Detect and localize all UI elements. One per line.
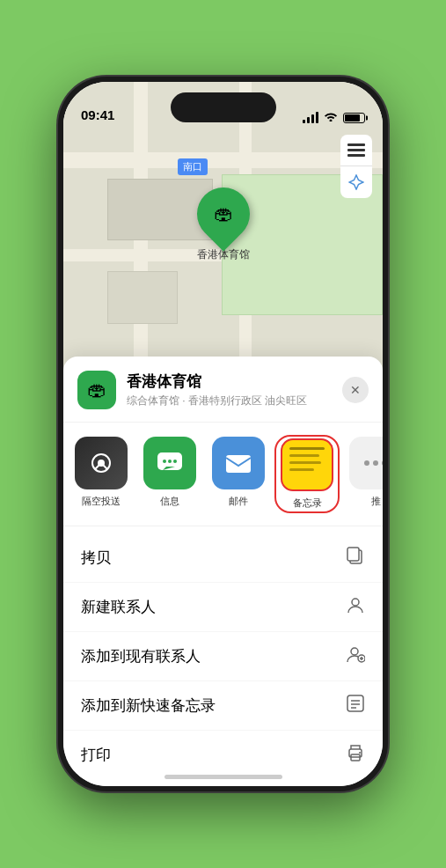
svg-point-26 — [359, 752, 361, 754]
svg-rect-1 — [347, 149, 365, 151]
copy-icon — [346, 546, 365, 570]
wifi-icon — [324, 111, 338, 124]
svg-point-6 — [163, 460, 166, 463]
svg-point-10 — [364, 460, 369, 466]
notes-label: 备忘录 — [293, 497, 322, 510]
home-indicator — [165, 775, 282, 779]
status-icons — [303, 111, 365, 124]
location-icon: 🏟 — [77, 371, 116, 409]
svg-rect-0 — [347, 143, 365, 146]
location-pin: 🏟 香港体育馆 — [197, 188, 250, 262]
share-item-mail[interactable]: 邮件 — [208, 437, 269, 511]
bottom-sheet: 🏟 香港体育馆 综合体育馆 · 香港特别行政区 油尖旺区 ✕ — [63, 357, 383, 786]
quick-note-label: 添加到新快速备忘录 — [81, 695, 216, 716]
map-label: 南口 — [178, 158, 208, 175]
share-row-container: 隔空投送 信息 邮件 — [63, 423, 383, 526]
map-controls — [340, 135, 372, 198]
location-button[interactable] — [340, 166, 372, 198]
copy-label: 拷贝 — [81, 548, 111, 568]
airdrop-icon — [75, 437, 128, 489]
print-icon — [346, 743, 365, 767]
svg-point-12 — [382, 460, 383, 466]
share-item-more[interactable]: 推 — [345, 437, 383, 511]
airdrop-label: 隔空投送 — [82, 495, 121, 508]
battery-icon — [343, 113, 365, 123]
location-desc: 综合体育馆 · 香港特别行政区 油尖旺区 — [127, 394, 342, 408]
action-add-existing[interactable]: 添加到现有联系人 — [63, 632, 383, 681]
svg-point-7 — [168, 460, 172, 463]
action-new-contact[interactable]: 新建联系人 — [63, 583, 383, 632]
svg-point-16 — [351, 648, 358, 655]
new-contact-label: 新建联系人 — [81, 597, 156, 617]
print-label: 打印 — [81, 745, 111, 765]
phone-frame: 09:41 — [58, 77, 388, 791]
message-icon — [143, 437, 196, 489]
share-item-message[interactable]: 信息 — [139, 437, 201, 511]
svg-point-15 — [352, 599, 359, 606]
action-quick-note[interactable]: 添加到新快速备忘录 — [63, 681, 383, 731]
message-label: 信息 — [160, 495, 179, 508]
svg-rect-9 — [226, 455, 251, 473]
more-icon — [349, 437, 383, 489]
mail-label: 邮件 — [229, 495, 248, 508]
action-copy[interactable]: 拷贝 — [63, 533, 383, 583]
status-time: 09:41 — [81, 107, 114, 124]
phone-screen: 09:41 — [63, 82, 383, 786]
new-contact-icon — [346, 595, 365, 619]
map-layers-button[interactable] — [340, 135, 372, 166]
location-name: 香港体育馆 — [127, 371, 342, 392]
share-item-notes[interactable]: 备忘录 — [276, 437, 338, 511]
more-label: 推 — [371, 495, 381, 508]
pin-emoji: 🏟 — [214, 202, 233, 225]
svg-point-8 — [173, 460, 177, 463]
signal-bars-icon — [303, 113, 318, 123]
location-header: 🏟 香港体育馆 综合体育馆 · 香港特别行政区 油尖旺区 ✕ — [63, 371, 383, 423]
svg-point-11 — [373, 460, 378, 466]
svg-rect-2 — [347, 154, 365, 157]
quick-note-icon — [346, 694, 365, 717]
add-existing-label: 添加到现有联系人 — [81, 646, 201, 666]
mail-icon — [212, 437, 265, 489]
share-row: 隔空投送 信息 邮件 — [63, 423, 383, 526]
close-button[interactable]: ✕ — [342, 377, 369, 403]
add-existing-icon — [346, 644, 365, 668]
location-info: 香港体育馆 综合体育馆 · 香港特别行政区 油尖旺区 — [127, 371, 342, 408]
action-list: 拷贝 新建联系人 添加到现有联系人 — [63, 526, 383, 786]
svg-rect-20 — [347, 695, 363, 711]
dynamic-island — [171, 92, 276, 122]
svg-rect-14 — [347, 548, 359, 561]
notes-icon — [281, 438, 333, 491]
share-item-airdrop[interactable]: 隔空投送 — [70, 437, 132, 511]
action-print[interactable]: 打印 — [63, 731, 383, 779]
